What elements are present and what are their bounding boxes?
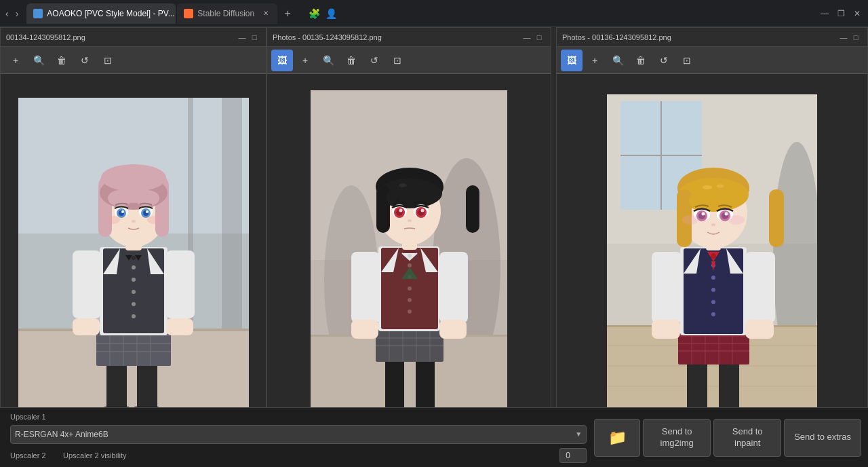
browser-toolbar: 🧩 👤	[309, 8, 337, 19]
svg-point-155	[703, 185, 712, 189]
profile-icon[interactable]: 👤	[326, 8, 337, 19]
panel2-crop-button[interactable]: ⊡	[387, 50, 408, 71]
panel2-rotate-button[interactable]: ↺	[363, 50, 385, 71]
send-inpaint-label: Send toinpaint	[732, 426, 763, 449]
svg-point-164	[725, 212, 728, 216]
close-button[interactable]: ✕	[852, 8, 863, 19]
tab-stable-diffusion[interactable]: Stable Diffusion ✕	[177, 3, 277, 24]
svg-rect-93	[466, 185, 479, 233]
restore-button[interactable]: ❐	[835, 8, 846, 19]
panel2-restore[interactable]: □	[533, 31, 545, 43]
svg-point-104	[399, 209, 403, 212]
svg-rect-144	[652, 320, 680, 339]
svg-rect-33	[166, 318, 193, 335]
panel1-zoom-button[interactable]: 🔍	[28, 50, 50, 71]
svg-point-165	[711, 223, 715, 226]
panel1-crop-button[interactable]: ⊡	[97, 50, 119, 71]
svg-point-24	[132, 314, 136, 318]
upscaler1-arrow: ▼	[575, 430, 582, 438]
panel3-image-button[interactable]: 🖼	[561, 50, 583, 71]
tab-bar: AOAOKO [PVC Style Model] - PV... ✕ Stabl…	[26, 0, 816, 26]
nav-back[interactable]: ‹	[5, 8, 9, 19]
svg-point-29	[132, 256, 136, 260]
svg-point-83	[408, 254, 412, 258]
panel1-restore[interactable]: □	[248, 31, 260, 43]
panel3-minimize[interactable]: —	[837, 31, 850, 43]
svg-point-105	[421, 209, 425, 212]
svg-rect-143	[745, 252, 775, 323]
panel2-delete-button[interactable]: 🗑	[340, 50, 362, 71]
upscaler1-select[interactable]: R-ESRGAN 4x+ Anime6B ▼	[10, 425, 587, 444]
folder-button[interactable]: 📁	[594, 419, 640, 457]
panel1-minimize[interactable]: —	[236, 31, 248, 43]
svg-point-21	[132, 278, 136, 282]
folder-icon: 📁	[608, 429, 627, 447]
panel3-content	[557, 74, 867, 441]
upscaler2-label: Upscaler 2	[10, 451, 58, 460]
panel3-delete-button[interactable]: 🗑	[630, 50, 652, 71]
svg-point-141	[711, 253, 716, 259]
tab-label-sd: Stable Diffusion	[197, 9, 254, 18]
upscaler1-label: Upscaler 1	[10, 413, 587, 421]
svg-rect-87	[439, 320, 467, 339]
svg-point-134	[711, 288, 715, 292]
send-inpaint-button[interactable]: Send toinpaint	[713, 419, 781, 457]
minimize-button[interactable]: —	[819, 8, 830, 19]
extensions-icon[interactable]: 🧩	[309, 8, 320, 19]
send-extras-button[interactable]: Send to extras	[784, 419, 861, 457]
upscaler-section: Upscaler 1 R-ESRGAN 4x+ Anime6B ▼ Upscal…	[7, 413, 590, 463]
panel1-add-button[interactable]: +	[5, 50, 26, 71]
panel1-rotate-button[interactable]: ↺	[74, 50, 96, 71]
svg-rect-142	[652, 252, 682, 323]
panel3-restore[interactable]: □	[850, 31, 862, 43]
tab-aoaoko[interactable]: AOAOKO [PVC Style Model] - PV... ✕	[26, 3, 176, 24]
svg-point-20	[132, 265, 136, 269]
svg-point-96	[411, 188, 433, 207]
svg-rect-30	[73, 250, 101, 318]
svg-point-23	[132, 302, 136, 306]
action-buttons: 📁 Send toimg2img Send toinpaint Send to …	[594, 415, 861, 461]
svg-point-106	[408, 219, 412, 222]
panel3-zoom-button[interactable]: 🔍	[607, 50, 629, 71]
panel1-content	[1, 74, 266, 441]
svg-point-133	[711, 276, 715, 280]
visibility-input[interactable]	[559, 448, 587, 463]
panel1-delete-button[interactable]: 🗑	[51, 50, 73, 71]
send-extras-label: Send to extras	[794, 432, 851, 443]
svg-point-77	[408, 286, 412, 291]
svg-point-51	[146, 210, 149, 213]
panel3-rotate-button[interactable]: ↺	[653, 50, 675, 71]
svg-rect-31	[166, 250, 195, 318]
bottom-bar: Upscaler 1 R-ESRGAN 4x+ Anime6B ▼ Upscal…	[0, 407, 868, 467]
panel1-image	[18, 98, 249, 417]
svg-point-52	[132, 220, 136, 223]
nav-forward[interactable]: ›	[16, 8, 19, 19]
panel2-minimize[interactable]: —	[521, 31, 533, 43]
svg-point-78	[408, 298, 412, 302]
panel3-title: Photos - 00136-1243095812.png	[562, 33, 837, 41]
svg-point-50	[121, 210, 124, 213]
svg-rect-86	[351, 320, 378, 339]
panel2-image-button[interactable]: 🖼	[271, 50, 293, 71]
upscaler1-value: R-ESRGAN 4x+ Anime6B	[15, 430, 575, 439]
tab-close-sd[interactable]: ✕	[261, 9, 271, 18]
svg-point-136	[711, 312, 715, 316]
window-controls: — ❐ ✕	[819, 8, 863, 19]
svg-point-156	[717, 185, 724, 188]
svg-point-54	[147, 216, 161, 224]
panel1-titlebar: 00134-1243095812.png — □	[1, 28, 266, 47]
svg-rect-84	[351, 252, 380, 323]
panel1-title: 00134-1243095812.png	[6, 33, 236, 41]
panel2-add-button[interactable]: +	[294, 50, 316, 71]
panel3-crop-button[interactable]: ⊡	[676, 50, 698, 71]
svg-rect-85	[439, 252, 468, 323]
panel3-add-button[interactable]: +	[584, 50, 606, 71]
svg-rect-32	[73, 318, 100, 335]
svg-point-163	[702, 212, 705, 216]
new-tab-button[interactable]: +	[279, 5, 296, 22]
panel2-zoom-button[interactable]: 🔍	[317, 50, 339, 71]
panel3-toolbar: 🖼 + 🔍 🗑 ↺ ⊡	[557, 47, 867, 74]
send-img2img-button[interactable]: Send toimg2img	[643, 419, 711, 457]
panel3-image	[607, 94, 817, 420]
svg-point-53	[106, 216, 120, 224]
